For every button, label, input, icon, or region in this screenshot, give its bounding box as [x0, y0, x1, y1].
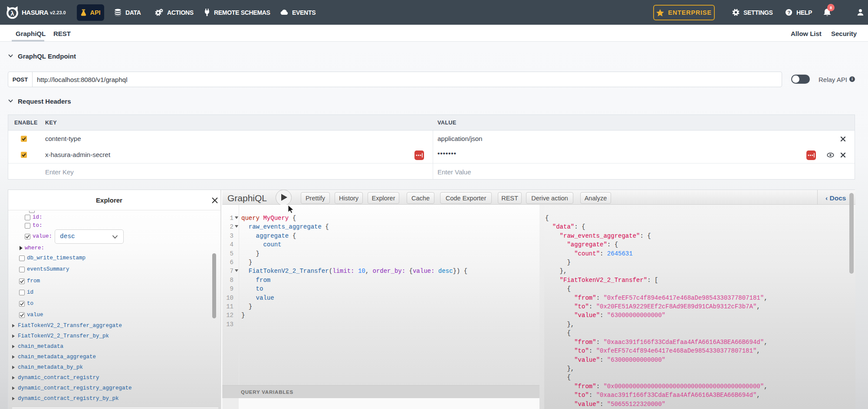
svg-text:?: ? — [787, 10, 790, 15]
svg-text:λ: λ — [10, 10, 14, 17]
